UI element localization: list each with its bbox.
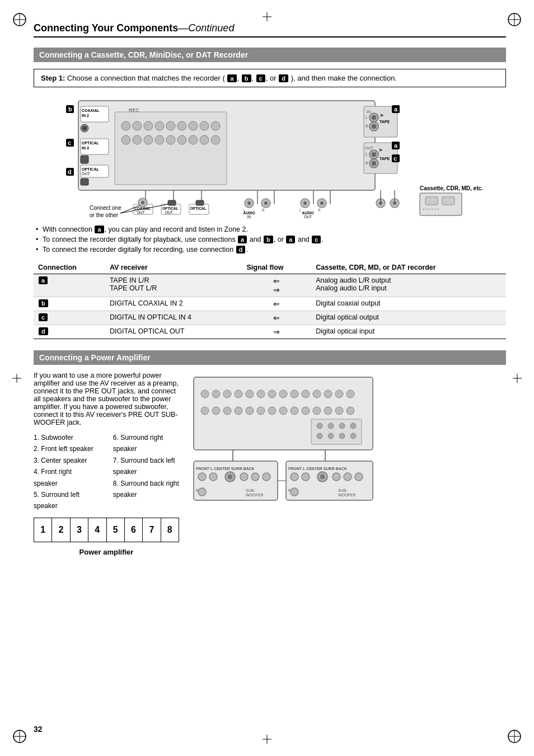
svg-point-169: [350, 423, 356, 429]
step1-text: Choose a connection that matches the rec…: [67, 74, 225, 82]
flow-a: ⇐⇒: [242, 274, 312, 297]
badge-d: d: [279, 74, 288, 82]
svg-text:OPTICAL: OPTICAL: [190, 206, 207, 210]
step1-end: ), and then make the connection.: [291, 74, 397, 82]
amp-box-5: 5: [107, 518, 125, 542]
amp-box-3: 3: [71, 518, 88, 542]
col-signal-flow: Signal flow: [242, 261, 312, 274]
svg-point-76: [372, 152, 376, 157]
svg-text:TAPE: TAPE: [380, 157, 390, 161]
speaker-col-2: 6. Surround right speaker 7. Surround ba…: [113, 432, 179, 512]
diagram-wrapper: REC COAXIAL IN 2 b OPTICAL IN 4 c OPTICA…: [34, 95, 506, 226]
av-b: DIGITAL COAXIAL IN 2: [105, 297, 242, 311]
svg-text:COAXIAL: COAXIAL: [82, 109, 100, 112]
section2-header: Connecting a Power Amplifier: [34, 350, 506, 365]
svg-point-46: [166, 121, 175, 130]
svg-point-49: [200, 121, 209, 130]
amp-box-8: 8: [161, 518, 179, 542]
svg-rect-38: [81, 179, 88, 185]
av-a: TAPE IN L/RTAPE OUT L/R: [105, 274, 242, 297]
svg-point-160: [302, 407, 310, 415]
col-connection: Connection: [34, 261, 105, 274]
svg-point-168: [339, 423, 345, 429]
svg-text:R: R: [366, 161, 368, 165]
speaker-8: 8. Surround back rightspeaker: [113, 478, 179, 501]
flow-c: ⇐: [242, 311, 312, 325]
svg-point-139: [223, 390, 231, 398]
svg-text:OUT: OUT: [365, 146, 374, 150]
conn-d: d: [34, 325, 105, 339]
title-text: Connecting Your Components: [34, 22, 178, 34]
svg-point-143: [268, 390, 276, 398]
svg-text:b: b: [68, 106, 72, 112]
svg-point-151: [201, 407, 209, 415]
connection-table: Connection AV receiver Signal flow Casse…: [34, 261, 506, 339]
svg-text:OUT: OUT: [304, 215, 312, 219]
svg-point-179: [228, 475, 232, 479]
svg-point-148: [324, 390, 332, 398]
svg-point-59: [211, 135, 220, 144]
svg-text:or the other: or the other: [90, 212, 119, 218]
svg-point-120: [320, 201, 324, 205]
mid-mark-bottom: [261, 734, 273, 745]
svg-point-145: [291, 390, 298, 398]
svg-point-166: [317, 423, 322, 429]
table-row-d: d DIGITAL OPTICAL OUT ⇒ Digital optical …: [34, 325, 506, 339]
badge-a: a: [227, 74, 236, 82]
svg-text:OPTICAL: OPTICAL: [82, 167, 99, 171]
svg-point-156: [257, 407, 265, 415]
step1-box: Step 1: Choose a connection that matches…: [34, 69, 506, 87]
svg-point-52: [133, 135, 142, 144]
speaker-4: 4. Front right speaker: [34, 466, 96, 489]
svg-text:SUB-: SUB-: [246, 489, 255, 492]
power-diagram: FRONT L CENTER SURR BACK R SUB- WOOFER: [188, 372, 506, 556]
svg-text:L: L: [243, 208, 246, 212]
svg-point-164: [346, 407, 354, 415]
speaker-2: 2. Front left speaker: [34, 443, 96, 454]
svg-point-50: [211, 121, 220, 130]
svg-text:OPTICAL: OPTICAL: [82, 141, 99, 145]
svg-point-56: [177, 135, 186, 144]
svg-point-138: [212, 390, 220, 398]
svg-point-57: [189, 135, 198, 144]
svg-text:FRONT  L    CENTER  SURR BACK: FRONT L CENTER SURR BACK: [288, 467, 347, 471]
svg-point-191: [302, 473, 310, 481]
svg-point-149: [335, 390, 343, 398]
table-row-a: a TAPE IN L/RTAPE OUT L/R ⇐⇒ Analog audi…: [34, 274, 506, 297]
connection-diagram: REC COAXIAL IN 2 b OPTICAL IN 4 c OPTICA…: [34, 95, 504, 224]
svg-point-162: [324, 407, 332, 415]
svg-text:OUT: OUT: [165, 210, 173, 214]
svg-point-198: [291, 488, 298, 496]
power-left: If you want to use a more powerful power…: [34, 372, 179, 556]
amp-box-6: 6: [125, 518, 143, 542]
rec-d: Digital optical input: [311, 325, 506, 339]
bullet-3: To connect the recorder digitally for re…: [34, 246, 506, 253]
mid-mark-top: [261, 11, 273, 22]
svg-point-42: [121, 121, 130, 130]
svg-point-161: [313, 407, 321, 415]
svg-text:IN 2: IN 2: [82, 114, 89, 118]
svg-text:OUT: OUT: [82, 172, 91, 176]
svg-point-64: [372, 115, 376, 120]
svg-point-55: [166, 135, 175, 144]
svg-text:Connect one: Connect one: [90, 205, 121, 211]
title-continued: —Continued: [178, 22, 234, 34]
svg-text:R: R: [262, 208, 265, 212]
svg-text:IN: IN: [247, 215, 251, 219]
svg-text:Cassette, CDR, MD, etc.: Cassette, CDR, MD, etc.: [420, 185, 483, 191]
svg-point-51: [121, 135, 130, 144]
svg-text:L: L: [366, 115, 368, 119]
corner-mark-tr: [506, 11, 523, 28]
svg-rect-32: [81, 156, 88, 163]
svg-point-97: [141, 201, 144, 204]
section2: Connecting a Power Amplifier If you want…: [34, 350, 506, 556]
mid-mark-right: [512, 373, 523, 384]
svg-point-184: [198, 488, 206, 496]
power-amplifier-label: Power amplifier: [34, 548, 179, 556]
svg-text:WOOFER: WOOFER: [246, 493, 264, 497]
page-number: 32: [34, 725, 43, 734]
svg-point-190: [291, 473, 298, 481]
speaker-6: 6. Surround right speaker: [113, 432, 179, 455]
speaker-5: 5. Surround left speaker: [34, 489, 96, 512]
step1-label: Step 1:: [41, 74, 65, 82]
